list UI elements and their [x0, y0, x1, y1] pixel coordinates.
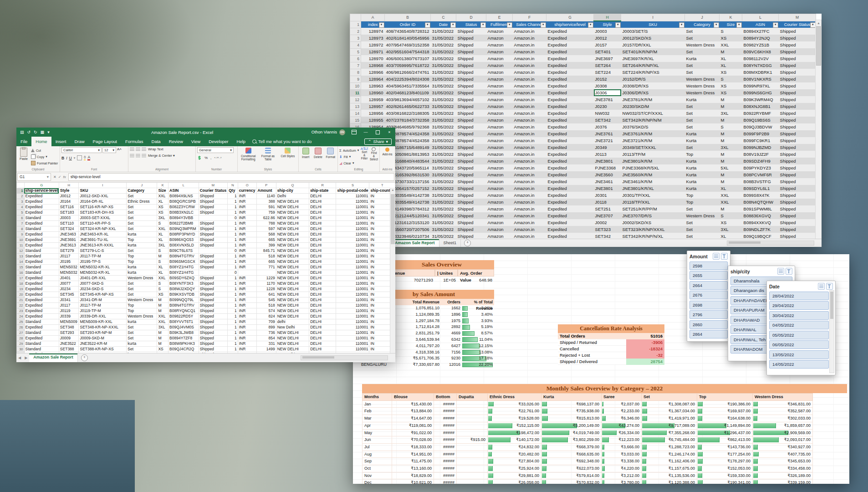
tell-me-box[interactable]: Tell me what you want to do	[252, 139, 311, 144]
multi-select-icon[interactable]	[818, 283, 825, 290]
cell[interactable]: 128956	[361, 110, 385, 117]
cell[interactable]: M	[720, 171, 742, 178]
cell[interactable]: Amazon.in	[513, 130, 546, 137]
filter-icon[interactable]: ▼	[736, 22, 742, 28]
cell[interactable]: XL	[157, 265, 168, 270]
ribbon-display-options-icon[interactable]	[348, 128, 360, 137]
cell[interactable]: 0	[228, 270, 238, 276]
cell[interactable]: Amazon	[486, 123, 513, 130]
cell[interactable]: Set	[127, 205, 157, 210]
cell[interactable]: ₹2,233.00	[602, 408, 642, 415]
currency-format-icon[interactable]: 💲	[197, 156, 202, 160]
column-header-E[interactable]: E	[486, 14, 513, 21]
cell[interactable]: J0339	[59, 314, 79, 319]
cell[interactable]: 406/9812666/2474761	[385, 69, 431, 76]
cell[interactable]: ₹14,951.00	[392, 451, 434, 458]
cell[interactable]: ₹164,638.00	[697, 415, 753, 422]
cell[interactable]: Shipped	[456, 62, 486, 69]
cell[interactable]: 1975	[441, 318, 462, 324]
cell[interactable]: DELHI	[309, 194, 336, 199]
cell[interactable]: ₹340,927.00	[753, 443, 813, 451]
cell[interactable]: 1229	[256, 276, 276, 281]
cell[interactable]: NEW DELHI	[276, 259, 309, 265]
cell[interactable]: Top	[127, 254, 157, 259]
cell[interactable]: JNE3461/KR/M	[621, 178, 685, 185]
cell[interactable]	[457, 422, 488, 429]
cell[interactable]: INR	[238, 281, 256, 287]
cell[interactable]: J0117-TP-M	[79, 254, 127, 259]
table-header-cell[interactable]: index▼	[361, 21, 385, 28]
cell[interactable]: ₹5,200,149.00	[541, 422, 602, 429]
header-cell[interactable]: Size	[157, 188, 168, 194]
cell[interactable]: 1	[228, 330, 238, 336]
cell[interactable]: 399	[256, 243, 276, 248]
row-header[interactable]: 12	[350, 96, 361, 103]
cell[interactable]: 3,646,539.94	[393, 337, 441, 343]
cell[interactable]: 591	[256, 205, 276, 210]
table-header-cell[interactable]: Fulfilment▼	[486, 21, 513, 28]
cell[interactable]: #####	[434, 436, 457, 444]
cell[interactable]: Expedited	[24, 210, 59, 215]
cell[interactable]: Shipped	[779, 185, 816, 192]
cell[interactable]: 31/05/2022	[431, 151, 456, 158]
cell[interactable]: 1	[228, 210, 238, 215]
cell[interactable]: J0306	[594, 89, 621, 96]
cell[interactable]: DELHI	[309, 341, 336, 347]
cell[interactable]: 402/6184140/0545956	[385, 35, 431, 41]
cell[interactable]: ₹352,587.00	[753, 408, 813, 415]
cell[interactable]: Shipped	[779, 205, 816, 212]
cell[interactable]: 110001	[336, 325, 369, 330]
cell[interactable]: Amazon.in	[513, 117, 546, 123]
cell[interactable]: Amazon.in	[513, 110, 546, 117]
cell[interactable]: B0986XQG53	[168, 237, 199, 243]
cell[interactable]: ₹735,938.00	[541, 408, 602, 415]
cell[interactable]: ₹10,821.00	[392, 479, 434, 484]
cell[interactable]: 3XL	[157, 215, 168, 221]
bsa-header-cell[interactable]: Orders	[441, 299, 462, 305]
cell[interactable]: 17.18%	[462, 355, 494, 362]
borders-icon[interactable]	[77, 155, 82, 160]
cell[interactable]: Expedited	[24, 281, 59, 287]
cell[interactable]: INR	[238, 194, 256, 199]
so-value-cell[interactable]: 648.98	[458, 277, 494, 284]
cell[interactable]: Amazon	[486, 130, 513, 137]
cell[interactable]: 110001	[336, 303, 369, 308]
cell[interactable]: SET323	[594, 226, 621, 233]
cell[interactable]: M	[720, 103, 742, 110]
cell[interactable]: M	[720, 137, 742, 144]
cell[interactable]: Set	[127, 325, 157, 330]
cell[interactable]: ₹18,829.00	[392, 472, 434, 479]
cell[interactable]: 1	[228, 232, 238, 237]
cell[interactable]: Western Dress	[685, 41, 720, 48]
cell[interactable]: DELHI	[309, 270, 336, 276]
row-header[interactable]: 3	[17, 199, 25, 205]
cell[interactable]: Shipped	[779, 117, 816, 123]
cell[interactable]: J0349/SET/XXXL	[621, 144, 685, 151]
cell[interactable]: 110001	[336, 270, 369, 276]
cell[interactable]: Expedited	[24, 259, 59, 265]
cell[interactable]: Shipped	[199, 243, 228, 248]
cell[interactable]: INR	[238, 287, 256, 292]
cell[interactable]: S	[157, 281, 168, 287]
cell[interactable]: 1	[228, 226, 238, 232]
column-header-P[interactable]: P	[256, 183, 276, 188]
font-color-icon[interactable]: A	[87, 155, 90, 160]
multi-select-icon[interactable]	[713, 253, 720, 260]
cell[interactable]: M	[157, 303, 168, 308]
cell[interactable]: ₹177,254.00	[697, 451, 753, 458]
tab-nav-left-icon[interactable]: ◀	[16, 356, 23, 360]
cell[interactable]: 1	[228, 205, 238, 210]
delete-cells-button[interactable]: Delete	[312, 147, 323, 167]
cell[interactable]: Amazon	[486, 205, 513, 212]
cell[interactable]: J0234	[59, 287, 79, 292]
cell[interactable]: 31/05/2022	[431, 76, 456, 82]
column-header-Q[interactable]: Q	[276, 183, 309, 188]
cell[interactable]: 1896	[441, 312, 462, 318]
autosum-button[interactable]: ΣAutoSum ▾	[339, 148, 359, 153]
row-header[interactable]: 12	[17, 248, 25, 254]
cell[interactable]: S	[157, 248, 168, 254]
cell[interactable]: 1	[228, 292, 238, 297]
cell[interactable]: Jun	[363, 436, 392, 444]
cell[interactable]: Amazon	[486, 55, 513, 62]
cell[interactable]: Top	[685, 151, 720, 158]
